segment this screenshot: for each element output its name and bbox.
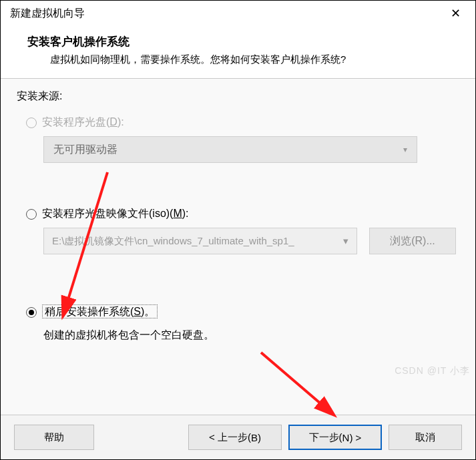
wizard-header: 安装客户机操作系统 虚拟机如同物理机，需要操作系统。您将如何安装客户机操作系统? bbox=[1, 26, 475, 78]
radio-iso-label: 安装程序光盘映像文件(iso)(M): bbox=[42, 207, 189, 221]
radio-iso[interactable] bbox=[26, 209, 37, 220]
radio-later-label: 稍后安装操作系统(S)。 bbox=[42, 305, 158, 319]
disc-dropdown-text: 无可用驱动器 bbox=[53, 143, 117, 157]
header-subheading: 虚拟机如同物理机，需要操作系统。您将如何安装客户机操作系统? bbox=[27, 53, 449, 66]
iso-path-input: E:\虚拟机镜像文件\cn_windows_7_ultimate_with_sp… bbox=[43, 228, 357, 254]
option-disc: 安装程序光盘(D): 无可用驱动器 ▾ bbox=[17, 116, 459, 163]
option-iso: 安装程序光盘映像文件(iso)(M): E:\虚拟机镜像文件\cn_window… bbox=[17, 207, 459, 254]
option-later: 稍后安装操作系统(S)。 创建的虚拟机将包含一个空白硬盘。 bbox=[17, 305, 459, 342]
radio-disc bbox=[26, 118, 37, 128]
close-icon[interactable]: ✕ bbox=[444, 5, 467, 22]
next-button[interactable]: 下一步(N) > bbox=[288, 425, 382, 450]
later-hint: 创建的虚拟机将包含一个空白硬盘。 bbox=[43, 328, 459, 342]
radio-iso-row[interactable]: 安装程序光盘映像文件(iso)(M): bbox=[26, 207, 459, 221]
iso-row: E:\虚拟机镜像文件\cn_windows_7_ultimate_with_sp… bbox=[43, 228, 459, 254]
svg-line-1 bbox=[261, 353, 331, 413]
disc-dropdown: 无可用驱动器 ▾ bbox=[43, 136, 417, 163]
header-heading: 安装客户机操作系统 bbox=[27, 34, 449, 49]
watermark: CSDN @IT 小李 bbox=[395, 365, 470, 377]
back-button[interactable]: < 上一步(B) bbox=[188, 425, 282, 450]
radio-disc-label: 安装程序光盘(D): bbox=[42, 116, 124, 130]
radio-disc-row: 安装程序光盘(D): bbox=[26, 116, 459, 130]
chevron-down-icon: ▾ bbox=[343, 235, 348, 247]
wizard-footer: 帮助 < 上一步(B) 下一步(N) > 取消 bbox=[1, 415, 475, 459]
window-title: 新建虚拟机向导 bbox=[10, 7, 85, 21]
radio-later[interactable] bbox=[26, 307, 37, 318]
chevron-down-icon: ▾ bbox=[403, 145, 407, 154]
radio-later-row[interactable]: 稍后安装操作系统(S)。 bbox=[26, 305, 459, 319]
iso-path-text: E:\虚拟机镜像文件\cn_windows_7_ultimate_with_sp… bbox=[52, 235, 294, 248]
titlebar: 新建虚拟机向导 ✕ bbox=[1, 1, 475, 26]
cancel-button[interactable]: 取消 bbox=[389, 425, 462, 450]
browse-button: 浏览(R)... bbox=[369, 228, 456, 254]
source-label: 安装来源: bbox=[17, 89, 459, 103]
annotation-arrow-2 bbox=[254, 346, 348, 426]
wizard-body: 安装来源: 安装程序光盘(D): 无可用驱动器 ▾ 安装程序光盘映像文件(iso… bbox=[1, 79, 475, 415]
help-button[interactable]: 帮助 bbox=[14, 425, 94, 450]
wizard-window: 新建虚拟机向导 ✕ 安装客户机操作系统 虚拟机如同物理机，需要操作系统。您将如何… bbox=[0, 0, 476, 460]
